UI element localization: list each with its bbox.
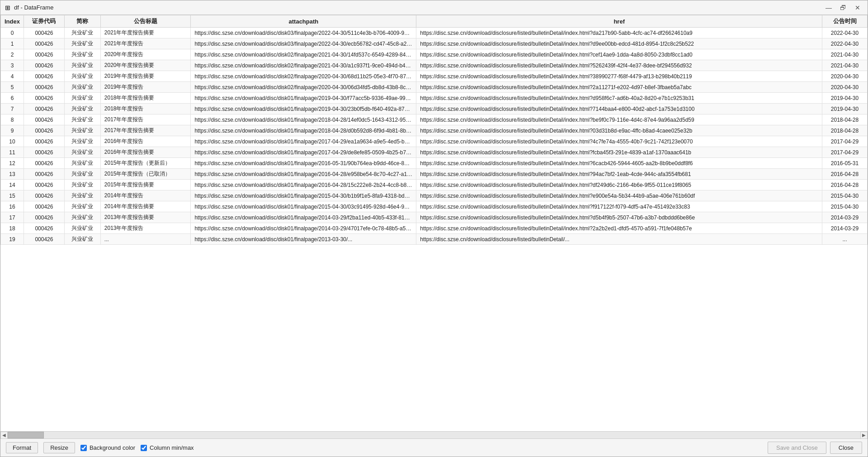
- table-row[interactable]: 8000426兴业矿业2017年年度报告https://disc.szse.cn…: [1, 114, 868, 125]
- col-header-date[interactable]: 公告时间: [822, 15, 868, 28]
- table-cell: 2013年年度报告摘要: [100, 212, 191, 223]
- table-row[interactable]: 2000426兴业矿业2020年年度报告https://disc.szse.cn…: [1, 49, 868, 60]
- maximize-button[interactable]: 🗗: [837, 2, 849, 13]
- table-cell: 8: [1, 114, 24, 125]
- table-row[interactable]: 1000426兴业矿业2021年年度报告https://disc.szse.cn…: [1, 38, 868, 49]
- table-row[interactable]: 3000426兴业矿业2020年年度报告摘要https://disc.szse.…: [1, 60, 868, 71]
- table-row[interactable]: 17000426兴业矿业2013年年度报告摘要https://disc.szse…: [1, 212, 868, 223]
- table-cell: 3: [1, 60, 24, 71]
- table-row[interactable]: 9000426兴业矿业2017年年度报告摘要https://disc.szse.…: [1, 125, 868, 136]
- table-row[interactable]: 10000426兴业矿业2016年年度报告https://disc.szse.c…: [1, 136, 868, 147]
- table-cell: 兴业矿业: [64, 71, 100, 82]
- table-cell: https://disc.szse.cn/download/disc/disk0…: [191, 223, 416, 234]
- format-button[interactable]: Format: [6, 442, 38, 453]
- col-header-href[interactable]: href: [416, 15, 822, 28]
- table-cell: https://disc.szse.cn/download/disclosure…: [416, 201, 822, 212]
- table-cell: https://disc.szse.cn/download/disc/disk0…: [191, 136, 416, 147]
- col-minmax-checkbox[interactable]: [141, 445, 147, 451]
- table-cell: 16: [1, 201, 24, 212]
- bg-color-group: Background color: [80, 444, 135, 451]
- table-row[interactable]: 5000426兴业矿业2019年年度报告https://disc.szse.cn…: [1, 82, 868, 93]
- table-cell: 2014年年度报告: [100, 190, 191, 201]
- table-row[interactable]: 13000426兴业矿业2015年年度报告（已取消）https://disc.s…: [1, 169, 868, 180]
- table-cell: 2015年年度报告（更新后）: [100, 158, 191, 169]
- table-cell: 000426: [24, 169, 64, 180]
- table-row[interactable]: 0000426兴业矿业2021年年度报告摘要https://disc.szse.…: [1, 28, 868, 38]
- bg-color-checkbox[interactable]: [80, 445, 87, 451]
- table-cell: 兴业矿业: [64, 38, 100, 49]
- col-minmax-group: Column min/max: [141, 444, 194, 451]
- table-row[interactable]: 11000426兴业矿业2016年年度报告摘要https://disc.szse…: [1, 147, 868, 158]
- table-cell: 000426: [24, 158, 64, 169]
- table-cell: 000426: [24, 93, 64, 104]
- table-row[interactable]: 4000426兴业矿业2019年年度报告摘要https://disc.szse.…: [1, 71, 868, 82]
- table-row[interactable]: 6000426兴业矿业2018年年度报告摘要https://disc.szse.…: [1, 93, 868, 104]
- table-cell: https://disc.szse.cn/download/disc/disk0…: [191, 104, 416, 114]
- table-cell: 4: [1, 71, 24, 82]
- table-cell: https://disc.szse.cn/download/disclosure…: [416, 169, 822, 180]
- col-header-attach[interactable]: attachpath: [191, 15, 416, 28]
- horizontal-scrollbar[interactable]: ◀ ▶: [0, 431, 868, 438]
- table-row[interactable]: 15000426兴业矿业2014年年度报告https://disc.szse.c…: [1, 190, 868, 201]
- table-cell: https://disc.szse.cn/download/disclosure…: [416, 212, 822, 223]
- close-button[interactable]: Close: [830, 442, 862, 454]
- table-cell: 14: [1, 180, 24, 190]
- table-cell: 2020年年度报告: [100, 49, 191, 60]
- window-close-button[interactable]: ✕: [851, 2, 864, 13]
- table-cell: 2016-04-28: [822, 180, 868, 190]
- col-minmax-label: Column min/max: [150, 444, 194, 451]
- col-header-index[interactable]: Index: [1, 15, 24, 28]
- scroll-track[interactable]: [8, 432, 860, 438]
- table-cell: 2019年年度报告摘要: [100, 71, 191, 82]
- table-wrapper[interactable]: Index 证券代码 简称 公告标题 attachpath href 公告时间 …: [0, 15, 868, 431]
- table-cell: 兴业矿业: [64, 147, 100, 158]
- table-cell: 2022-04-30: [822, 28, 868, 38]
- table-cell: https://disc.szse.cn/download/disclosure…: [416, 60, 822, 71]
- table-cell: 2014年年度报告摘要: [100, 201, 191, 212]
- col-header-code[interactable]: 证券代码: [24, 15, 64, 28]
- table-cell: 2022-04-30: [822, 38, 868, 49]
- table-cell: 2017年年度报告: [100, 114, 191, 125]
- minimize-button[interactable]: —: [822, 2, 835, 13]
- title-bar: ⊞ df - DataFrame — 🗗 ✕: [0, 0, 868, 15]
- table-cell: ...: [822, 234, 868, 245]
- table-cell: https://disc.szse.cn/download/disclosure…: [416, 114, 822, 125]
- table-cell: 兴业矿业: [64, 60, 100, 71]
- table-cell: 2018年年度报告: [100, 104, 191, 114]
- table-cell: 2019-04-30: [822, 93, 868, 104]
- scroll-left-arrow[interactable]: ◀: [0, 432, 8, 439]
- resize-button[interactable]: Resize: [43, 442, 75, 453]
- table-cell: 000426: [24, 201, 64, 212]
- table-cell: 兴业矿业: [64, 104, 100, 114]
- save-close-button[interactable]: Save and Close: [768, 442, 826, 454]
- table-cell: 000426: [24, 114, 64, 125]
- table-cell: 兴业矿业: [64, 125, 100, 136]
- table-row[interactable]: 16000426兴业矿业2014年年度报告摘要https://disc.szse…: [1, 201, 868, 212]
- table-cell: https://disc.szse.cn/download/disc/disk0…: [191, 190, 416, 201]
- table-header-row: Index 证券代码 简称 公告标题 attachpath href 公告时间: [1, 15, 868, 28]
- table-cell: https://disc.szse.cn/download/disclosure…: [416, 28, 822, 38]
- table-row[interactable]: 14000426兴业矿业2015年年度报告摘要https://disc.szse…: [1, 180, 868, 190]
- table-cell: 2021-04-30: [822, 49, 868, 60]
- table-cell: https://disc.szse.cn/download/disclosure…: [416, 180, 822, 190]
- table-row[interactable]: 18000426兴业矿业2013年年度报告https://disc.szse.c…: [1, 223, 868, 234]
- table-cell: 兴业矿业: [64, 136, 100, 147]
- scroll-right-arrow[interactable]: ▶: [860, 432, 868, 439]
- table-cell: 0: [1, 28, 24, 38]
- table-cell: https://disc.szse.cn/download/disclosure…: [416, 71, 822, 82]
- table-cell: 000426: [24, 223, 64, 234]
- table-cell: 000426: [24, 136, 64, 147]
- table-cell: 2020年年度报告摘要: [100, 60, 191, 71]
- table-cell: https://disc.szse.cn/download/disc/disk0…: [191, 71, 416, 82]
- col-header-name[interactable]: 简称: [64, 15, 100, 28]
- table-row[interactable]: 12000426兴业矿业2015年年度报告（更新后）https://disc.s…: [1, 158, 868, 169]
- col-header-title[interactable]: 公告标题: [100, 15, 191, 28]
- table-cell: 000426: [24, 38, 64, 49]
- table-cell: 000426: [24, 60, 64, 71]
- table-row[interactable]: 7000426兴业矿业2018年年度报告https://disc.szse.cn…: [1, 104, 868, 114]
- scroll-thumb[interactable]: [8, 432, 44, 438]
- table-cell: 000426: [24, 190, 64, 201]
- table-cell: 2017-04-29: [822, 136, 868, 147]
- table-row[interactable]: 19000426兴业矿业...https://disc.szse.cn/down…: [1, 234, 868, 245]
- table-cell: 2021年年度报告: [100, 38, 191, 49]
